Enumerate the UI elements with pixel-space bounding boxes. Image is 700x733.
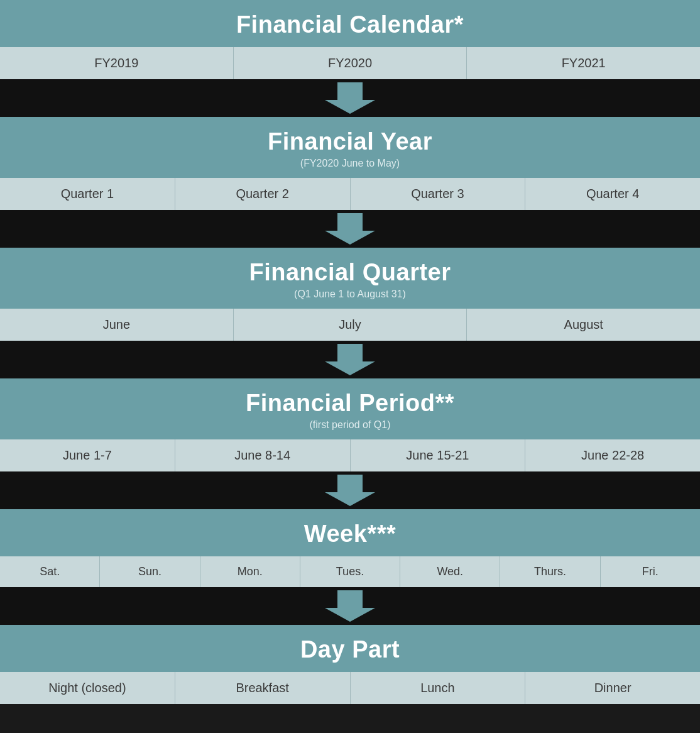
june-cell: June [0,309,234,341]
svg-marker-4 [325,590,375,622]
quarters-row: Quarter 1 Quarter 2 Quarter 3 Quarter 4 [0,178,700,210]
financial-quarter-header: Financial Quarter (Q1 June 1 to August 3… [0,248,700,309]
arrow-3 [0,341,700,378]
sat-cell: Sat. [0,556,100,587]
day-part-header: Day Part [0,625,700,672]
months-row: June July August [0,309,700,341]
financial-calendar-diagram: Financial Calendar* FY2019 FY2020 FY2021… [0,0,700,704]
main-title: Financial Calendar* [0,11,700,38]
period-june-1-7-cell: June 1-7 [0,439,175,471]
fy2019-cell: FY2019 [0,47,234,79]
quarter-1-cell: Quarter 1 [0,178,175,210]
arrow-5-icon [325,590,375,622]
mon-cell: Mon. [200,556,300,587]
periods-row: June 1-7 June 8-14 June 15-21 June 22-28 [0,439,700,471]
arrow-1-icon [325,82,375,114]
quarter-4-cell: Quarter 4 [525,178,700,210]
tues-cell: Tues. [300,556,400,587]
arrow-1 [0,79,700,117]
night-cell: Night (closed) [0,672,175,704]
august-cell: August [467,309,700,341]
period-june-15-21-cell: June 15-21 [351,439,526,471]
fy-row: FY2019 FY2020 FY2021 [0,47,700,79]
week-header: Week*** [0,509,700,556]
financial-year-header: Financial Year (FY2020 June to May) [0,117,700,178]
svg-marker-0 [325,82,375,114]
thurs-cell: Thurs. [500,556,600,587]
financial-year-subtitle: (FY2020 June to May) [0,158,700,169]
fy2021-cell: FY2021 [467,47,700,79]
arrow-4-icon [325,475,375,506]
arrow-5 [0,587,700,625]
lunch-cell: Lunch [351,672,526,704]
quarter-2-cell: Quarter 2 [175,178,351,210]
svg-marker-1 [325,213,375,245]
quarter-3-cell: Quarter 3 [351,178,526,210]
period-june-22-28-cell: June 22-28 [525,439,700,471]
dinner-cell: Dinner [525,672,700,704]
svg-marker-3 [325,475,375,506]
financial-quarter-title: Financial Quarter [0,259,700,286]
period-june-8-14-cell: June 8-14 [175,439,351,471]
day-part-title: Day Part [0,636,700,663]
fri-cell: Fri. [601,556,700,587]
july-cell: July [234,309,468,341]
svg-marker-2 [325,344,375,375]
financial-period-header: Financial Period** (first period of Q1) [0,378,700,439]
breakfast-cell: Breakfast [175,672,351,704]
day-parts-row: Night (closed) Breakfast Lunch Dinner [0,672,700,704]
financial-quarter-subtitle: (Q1 June 1 to August 31) [0,289,700,300]
week-title: Week*** [0,521,700,548]
main-header: Financial Calendar* [0,0,700,47]
fy2020-cell: FY2020 [234,47,468,79]
wed-cell: Wed. [400,556,500,587]
arrow-4 [0,471,700,509]
financial-year-title: Financial Year [0,128,700,155]
days-row: Sat. Sun. Mon. Tues. Wed. Thurs. Fri. [0,556,700,587]
arrow-3-icon [325,344,375,375]
arrow-2 [0,210,700,248]
sun-cell: Sun. [100,556,200,587]
financial-period-title: Financial Period** [0,390,700,417]
arrow-2-icon [325,213,375,245]
financial-period-subtitle: (first period of Q1) [0,419,700,431]
